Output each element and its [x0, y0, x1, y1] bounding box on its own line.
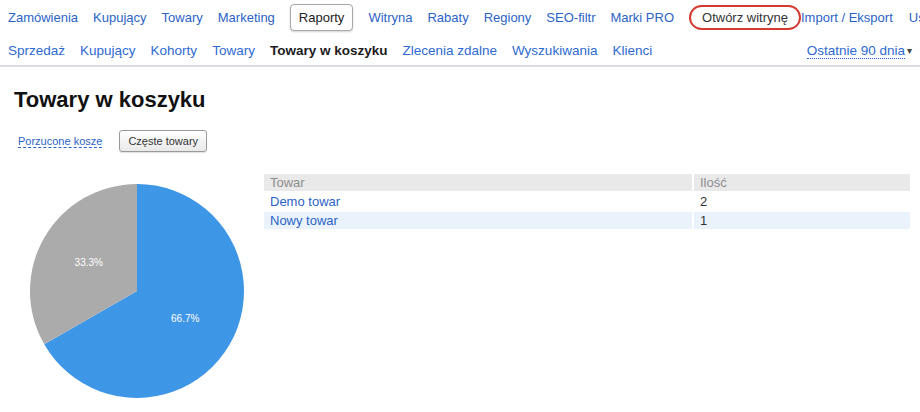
nav-item-witryna[interactable]: Witryna — [368, 10, 412, 25]
nav-item-ustawienia[interactable]: Ustawienia — [909, 10, 920, 25]
nav-item-klienci[interactable]: Klienci — [612, 43, 652, 58]
column-header-towar: Towar — [264, 174, 692, 191]
nav-item-towary[interactable]: Towary — [212, 43, 255, 58]
pie-slice-label: 33.3% — [75, 257, 103, 268]
nav-item-kupuj-cy[interactable]: Kupujący — [80, 43, 136, 58]
nav-item-wyszukiwania[interactable]: Wyszukiwania — [512, 43, 597, 58]
nav-item-marki-pro[interactable]: Marki PRO — [610, 10, 674, 25]
nav-item-towary[interactable]: Towary — [162, 10, 203, 25]
report-view-tabs: Porzucone kosze Częste towary — [18, 130, 920, 152]
nav-item-marketing[interactable]: Marketing — [218, 10, 275, 25]
pie-slice-label: 66.7% — [171, 313, 199, 324]
product-link-nowy-towar[interactable]: Nowy towar — [270, 213, 338, 228]
product-link-demo-towar[interactable]: Demo towar — [270, 194, 340, 209]
reports-nav-items: SprzedażKupującyKohortyTowaryTowary w ko… — [8, 43, 652, 58]
nav-item-towary-w-koszyku[interactable]: Towary w koszyku — [270, 43, 388, 58]
nav-item-kohorty[interactable]: Kohorty — [151, 43, 198, 58]
nav-item-otw-rz-witryn-annotated[interactable]: Otwórz witrynę — [689, 5, 801, 30]
page-title: Towary w koszyku — [14, 87, 920, 113]
quantity-cell: 1 — [694, 212, 910, 229]
period-selector-label: Ostatnie 90 dnia — [807, 43, 905, 59]
primary-nav-items: ZamówieniaKupującyTowaryMarketingRaporty… — [8, 8, 801, 27]
abandoned-carts-link[interactable]: Porzucone kosze — [18, 135, 102, 148]
table-column: TowarIlość Demo towar2Nowy towar1 — [262, 172, 912, 231]
nav-item-sprzeda[interactable]: Sprzedaż — [8, 43, 65, 58]
table-row: Demo towar2 — [264, 193, 910, 210]
column-header-ilo: Ilość — [694, 174, 910, 191]
nav-item-kupuj-cy[interactable]: Kupujący — [93, 10, 146, 25]
table-body: Demo towar2Nowy towar1 — [264, 193, 910, 229]
nav-item-regiony[interactable]: Regiony — [484, 10, 532, 25]
nav-item-zam-wienia[interactable]: Zamówienia — [8, 10, 78, 25]
products-in-cart-table: TowarIlość Demo towar2Nowy towar1 — [262, 172, 912, 231]
reports-nav: SprzedażKupującyKohortyTowaryTowary w ko… — [0, 27, 920, 67]
nav-item-seo-filtr[interactable]: SEO-filtr — [546, 10, 595, 25]
primary-nav: ZamówieniaKupującyTowaryMarketingRaporty… — [0, 0, 920, 27]
table-header-row: TowarIlość — [264, 174, 910, 191]
primary-nav-right-items: Import / EksportUstawieniaWtyczki — [801, 10, 920, 25]
nav-item-zlecenia-zdalne[interactable]: Zlecenia zdalne — [402, 43, 497, 58]
nav-item-import-eksport[interactable]: Import / Eksport — [801, 10, 893, 25]
chevron-down-icon: ▾ — [907, 45, 912, 56]
table-row: Nowy towar1 — [264, 212, 910, 229]
product-cell: Nowy towar — [264, 212, 692, 229]
pie-chart-column: 66.7%33.3% — [8, 172, 254, 410]
quantity-cell: 2 — [694, 193, 910, 210]
frequent-products-button[interactable]: Częste towary — [119, 130, 207, 152]
nav-item-rabaty[interactable]: Rabaty — [427, 10, 468, 25]
product-cell: Demo towar — [264, 193, 692, 210]
nav-item-raporty[interactable]: Raporty — [290, 4, 354, 31]
pie-chart: 66.7%33.3% — [22, 176, 252, 406]
report-content: 66.7%33.3% TowarIlość Demo towar2Nowy to… — [0, 172, 920, 410]
period-selector[interactable]: Ostatnie 90 dnia▾ — [807, 43, 912, 58]
